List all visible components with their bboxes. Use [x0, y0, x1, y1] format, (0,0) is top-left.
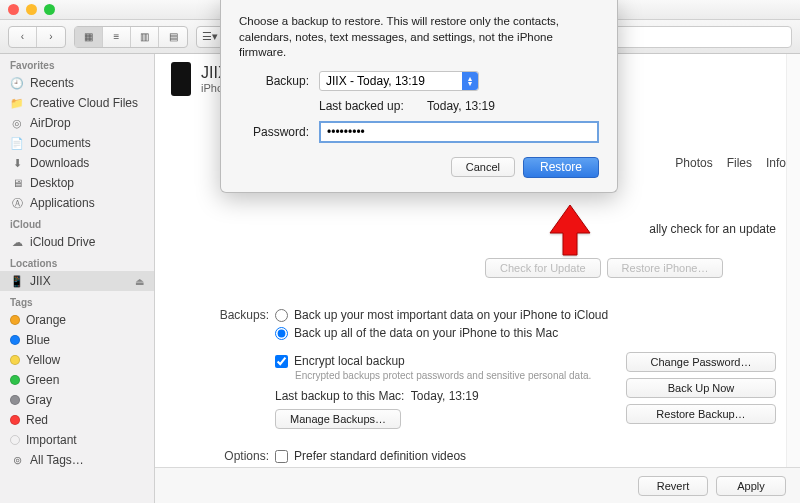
- sheet-backup-label: Backup:: [239, 74, 309, 88]
- device-tabs: Photos Files Info: [665, 152, 796, 174]
- sidebar-item-green[interactable]: Green: [0, 370, 154, 390]
- update-auto-check-text: ally check for an update: [649, 222, 776, 236]
- last-backup-value: Today, 13:19: [411, 389, 479, 403]
- sidebar-item-downloads[interactable]: ⬇Downloads: [0, 153, 154, 173]
- sheet-password-label: Password:: [239, 125, 309, 139]
- backup-dropdown-value: JIIX - Today, 13:19: [326, 74, 425, 88]
- sidebar-item-creative-cloud-files[interactable]: 📁Creative Cloud Files: [0, 93, 154, 113]
- change-password-button[interactable]: Change Password…: [626, 352, 776, 372]
- sidebar-item-label: iCloud Drive: [30, 235, 95, 249]
- view-mode-group: ▦ ≡ ▥ ▤: [74, 26, 188, 48]
- nav-buttons: ‹ ›: [8, 26, 66, 48]
- sidebar-item-label: Red: [26, 413, 48, 427]
- tab-files[interactable]: Files: [727, 156, 752, 170]
- downloads-icon: ⬇: [10, 157, 24, 169]
- sidebar-item-desktop[interactable]: 🖥Desktop: [0, 173, 154, 193]
- view-list-button[interactable]: ≡: [103, 27, 131, 47]
- sidebar-item-icloud-drive[interactable]: ☁iCloud Drive: [0, 232, 154, 252]
- sidebar-heading: iCloud: [0, 213, 154, 232]
- sidebar-item-label: AirDrop: [30, 116, 71, 130]
- sidebar-heading: Locations: [0, 252, 154, 271]
- sidebar-item-label: Yellow: [26, 353, 60, 367]
- restore-backup-button[interactable]: Restore Backup…: [626, 404, 776, 424]
- sheet-restore-button[interactable]: Restore: [523, 157, 599, 178]
- sidebar-item-label: Orange: [26, 313, 66, 327]
- tag-dot-icon: [10, 355, 20, 365]
- backup-icloud-label: Back up your most important data on your…: [294, 308, 608, 322]
- encrypt-checkbox[interactable]: [275, 355, 288, 368]
- sheet-cancel-button[interactable]: Cancel: [451, 157, 515, 177]
- backup-dropdown[interactable]: JIIX - Today, 13:19 ▴▾: [319, 71, 479, 91]
- sidebar-item-all-tags-[interactable]: ⊚All Tags…: [0, 450, 154, 470]
- tag-dot-icon: [10, 335, 20, 345]
- alltags-icon: ⊚: [10, 454, 24, 466]
- sidebar-item-red[interactable]: Red: [0, 410, 154, 430]
- phone-thumb-icon: [171, 62, 191, 96]
- footer: Revert Apply: [155, 467, 800, 503]
- sidebar-item-recents[interactable]: 🕘Recents: [0, 73, 154, 93]
- sidebar-item-jiix[interactable]: 📱JIIX⏏: [0, 271, 154, 291]
- sidebar-item-applications[interactable]: ⒶApplications: [0, 193, 154, 213]
- forward-button[interactable]: ›: [37, 27, 65, 47]
- tab-info[interactable]: Info: [766, 156, 786, 170]
- sidebar-item-label: Blue: [26, 333, 50, 347]
- sidebar-heading: Favorites: [0, 54, 154, 73]
- backup-mac-label: Back up all of the data on your iPhone t…: [294, 326, 558, 340]
- minimize-window-icon[interactable]: [26, 4, 37, 15]
- sidebar-item-yellow[interactable]: Yellow: [0, 350, 154, 370]
- scrollbar[interactable]: [786, 54, 800, 467]
- opt-sd-checkbox[interactable]: [275, 450, 288, 463]
- sidebar-item-label: Recents: [30, 76, 74, 90]
- tag-dot-icon: [10, 375, 20, 385]
- manage-backups-button[interactable]: Manage Backups…: [275, 409, 401, 429]
- pointer-arrow-icon: [545, 205, 595, 264]
- view-gallery-button[interactable]: ▤: [159, 27, 187, 47]
- close-window-icon[interactable]: [8, 4, 19, 15]
- sheet-description: Choose a backup to restore. This will re…: [239, 14, 599, 61]
- restore-sheet: Choose a backup to restore. This will re…: [220, 0, 618, 193]
- backup-mac-radio[interactable]: [275, 327, 288, 340]
- sidebar-item-label: Downloads: [30, 156, 89, 170]
- apply-button[interactable]: Apply: [716, 476, 786, 496]
- documents-icon: 📄: [10, 137, 24, 149]
- last-backup-label: Last backup to this Mac:: [275, 389, 404, 403]
- sheet-last-label: Last backed up:: [319, 99, 404, 113]
- restore-iphone-button[interactable]: Restore iPhone…: [607, 258, 724, 278]
- fullscreen-window-icon[interactable]: [44, 4, 55, 15]
- sidebar-item-label: JIIX: [30, 274, 51, 288]
- sidebar-item-label: Desktop: [30, 176, 74, 190]
- tab-photos[interactable]: Photos: [675, 156, 712, 170]
- sidebar-item-blue[interactable]: Blue: [0, 330, 154, 350]
- sheet-password-input[interactable]: [319, 121, 599, 143]
- back-button[interactable]: ‹: [9, 27, 37, 47]
- view-columns-button[interactable]: ▥: [131, 27, 159, 47]
- sidebar-item-label: Gray: [26, 393, 52, 407]
- revert-button[interactable]: Revert: [638, 476, 708, 496]
- view-icons-button[interactable]: ▦: [75, 27, 103, 47]
- chevron-updown-icon: ▴▾: [462, 72, 478, 90]
- sidebar-item-gray[interactable]: Gray: [0, 390, 154, 410]
- sidebar-item-documents[interactable]: 📄Documents: [0, 133, 154, 153]
- airdrop-icon: ◎: [10, 117, 24, 129]
- device-icon: 📱: [10, 275, 24, 287]
- sidebar-item-label: Creative Cloud Files: [30, 96, 138, 110]
- folder-icon: 📁: [10, 97, 24, 109]
- sidebar-item-label: Applications: [30, 196, 95, 210]
- backup-icloud-radio[interactable]: [275, 309, 288, 322]
- sidebar-item-label: Important: [26, 433, 77, 447]
- eject-icon[interactable]: ⏏: [135, 276, 144, 287]
- applications-icon: Ⓐ: [10, 197, 24, 209]
- encrypt-label: Encrypt local backup: [294, 354, 405, 368]
- sidebar-item-label: All Tags…: [30, 453, 84, 467]
- sidebar: Favorites🕘Recents📁Creative Cloud Files◎A…: [0, 54, 155, 503]
- sidebar-item-important[interactable]: Important: [0, 430, 154, 450]
- sidebar-item-airdrop[interactable]: ◎AirDrop: [0, 113, 154, 133]
- sidebar-item-orange[interactable]: Orange: [0, 310, 154, 330]
- sidebar-item-label: Documents: [30, 136, 91, 150]
- desktop-icon: 🖥: [10, 177, 24, 189]
- back-up-now-button[interactable]: Back Up Now: [626, 378, 776, 398]
- encrypt-subtext: Encrypted backups protect passwords and …: [275, 370, 591, 381]
- svg-marker-0: [550, 205, 590, 255]
- sheet-last-value: Today, 13:19: [427, 99, 495, 113]
- backups-label: Backups:: [179, 306, 269, 429]
